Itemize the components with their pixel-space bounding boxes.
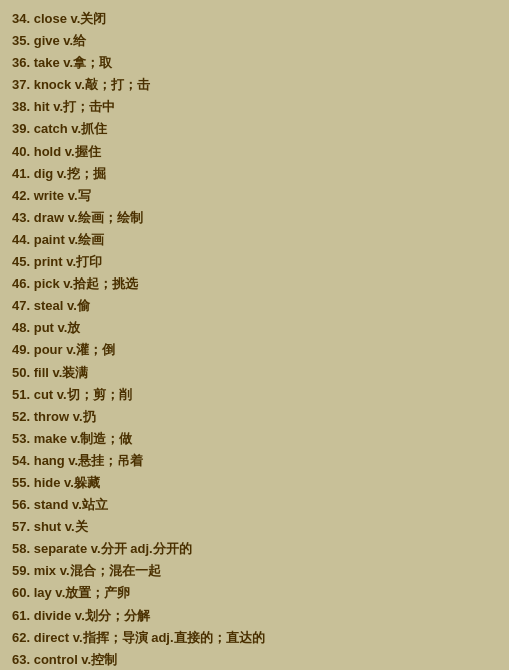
- item-meaning: 敲；打；击: [85, 77, 150, 92]
- item-number: 50.: [12, 365, 34, 380]
- item-meaning: 放: [67, 320, 80, 335]
- item-meaning: 绘画: [78, 232, 104, 247]
- item-word: steal v.: [34, 298, 77, 313]
- list-item: 62. direct v.指挥；导演 adj.直接的；直达的: [12, 627, 497, 649]
- list-item: 41. dig v.挖；掘: [12, 163, 497, 185]
- item-word: make v.: [34, 431, 81, 446]
- item-word: mix v.: [34, 563, 70, 578]
- item-meaning: 抓住: [81, 121, 107, 136]
- item-number: 63.: [12, 652, 34, 667]
- item-meaning: 躲藏: [74, 475, 100, 490]
- item-meaning: 打；击中: [63, 99, 115, 114]
- item-number: 60.: [12, 585, 34, 600]
- list-item: 48. put v.放: [12, 317, 497, 339]
- item-number: 38.: [12, 99, 34, 114]
- item-meaning: 切；剪；削: [67, 387, 132, 402]
- item-meaning: 拾起；挑选: [73, 276, 138, 291]
- item-number: 37.: [12, 77, 34, 92]
- item-word: shut v.: [34, 519, 75, 534]
- item-word: dig v.: [34, 166, 67, 181]
- list-item: 42. write v.写: [12, 185, 497, 207]
- list-item: 51. cut v.切；剪；削: [12, 384, 497, 406]
- item-meaning: 混合；混在一起: [70, 563, 161, 578]
- item-word: hang v.: [34, 453, 79, 468]
- item-word: divide v.: [34, 608, 85, 623]
- list-item: 36. take v.拿；取: [12, 52, 497, 74]
- item-number: 40.: [12, 144, 34, 159]
- item-meaning: 偷: [77, 298, 90, 313]
- item-word: control v.: [34, 652, 92, 667]
- item-word: hide v.: [34, 475, 74, 490]
- item-meaning: 扔: [83, 409, 96, 424]
- list-item: 40. hold v.握住: [12, 141, 497, 163]
- item-word: knock v.: [34, 77, 85, 92]
- item-meaning: 灌；倒: [76, 342, 115, 357]
- item-word: pour v.: [34, 342, 76, 357]
- list-item: 58. separate v.分开 adj.分开的: [12, 538, 497, 560]
- item-number: 52.: [12, 409, 34, 424]
- item-number: 45.: [12, 254, 34, 269]
- item-word: give v.: [34, 33, 74, 48]
- item-word: cut v.: [34, 387, 67, 402]
- list-item: 43. draw v.绘画；绘制: [12, 207, 497, 229]
- item-word: catch v.: [34, 121, 81, 136]
- item-number: 34.: [12, 11, 34, 26]
- item-word: put v.: [34, 320, 68, 335]
- item-number: 44.: [12, 232, 34, 247]
- item-number: 35.: [12, 33, 34, 48]
- item-word: draw v.: [34, 210, 78, 225]
- item-number: 47.: [12, 298, 34, 313]
- list-item: 57. shut v.关: [12, 516, 497, 538]
- item-word: fill v.: [34, 365, 63, 380]
- item-word: hit v.: [34, 99, 63, 114]
- list-item: 55. hide v.躲藏: [12, 472, 497, 494]
- list-item: 37. knock v.敲；打；击: [12, 74, 497, 96]
- item-meaning: 给: [73, 33, 86, 48]
- list-item: 56. stand v.站立: [12, 494, 497, 516]
- item-meaning: 装满: [62, 365, 88, 380]
- list-item: 38. hit v.打；击中: [12, 96, 497, 118]
- item-number: 36.: [12, 55, 34, 70]
- item-meaning: 打印: [76, 254, 102, 269]
- item-meaning: 写: [78, 188, 91, 203]
- item-word: separate v.: [34, 541, 101, 556]
- item-number: 58.: [12, 541, 34, 556]
- list-item: 45. print v.打印: [12, 251, 497, 273]
- list-item: 35. give v.给: [12, 30, 497, 52]
- list-item: 63. control v.控制: [12, 649, 497, 670]
- list-item: 61. divide v.划分；分解: [12, 605, 497, 627]
- item-word: take v.: [34, 55, 74, 70]
- item-number: 57.: [12, 519, 34, 534]
- item-number: 62.: [12, 630, 34, 645]
- item-number: 53.: [12, 431, 34, 446]
- item-meaning: 挖；掘: [67, 166, 106, 181]
- item-meaning: 悬挂；吊着: [78, 453, 143, 468]
- list-item: 47. steal v.偷: [12, 295, 497, 317]
- item-word: hold v.: [34, 144, 75, 159]
- list-item: 39. catch v.抓住: [12, 118, 497, 140]
- list-item: 50. fill v.装满: [12, 362, 497, 384]
- item-number: 46.: [12, 276, 34, 291]
- item-meaning: 拿；取: [73, 55, 112, 70]
- item-meaning: 划分；分解: [85, 608, 150, 623]
- item-word: close v.: [34, 11, 81, 26]
- list-item: 54. hang v.悬挂；吊着: [12, 450, 497, 472]
- vocabulary-list: 34. close v.关闭35. give v.给36. take v.拿；取…: [12, 8, 497, 670]
- item-number: 61.: [12, 608, 34, 623]
- item-number: 48.: [12, 320, 34, 335]
- item-meaning: 放置；产卵: [65, 585, 130, 600]
- list-item: 49. pour v.灌；倒: [12, 339, 497, 361]
- item-word: stand v.: [34, 497, 82, 512]
- item-word: write v.: [34, 188, 78, 203]
- item-meaning: 指挥；导演 adj.直接的；直达的: [83, 630, 265, 645]
- list-item: 53. make v.制造；做: [12, 428, 497, 450]
- item-meaning: 关: [75, 519, 88, 534]
- item-meaning: 握住: [75, 144, 101, 159]
- list-item: 44. paint v.绘画: [12, 229, 497, 251]
- item-number: 51.: [12, 387, 34, 402]
- item-number: 54.: [12, 453, 34, 468]
- item-number: 41.: [12, 166, 34, 181]
- item-number: 55.: [12, 475, 34, 490]
- list-item: 46. pick v.拾起；挑选: [12, 273, 497, 295]
- list-item: 59. mix v.混合；混在一起: [12, 560, 497, 582]
